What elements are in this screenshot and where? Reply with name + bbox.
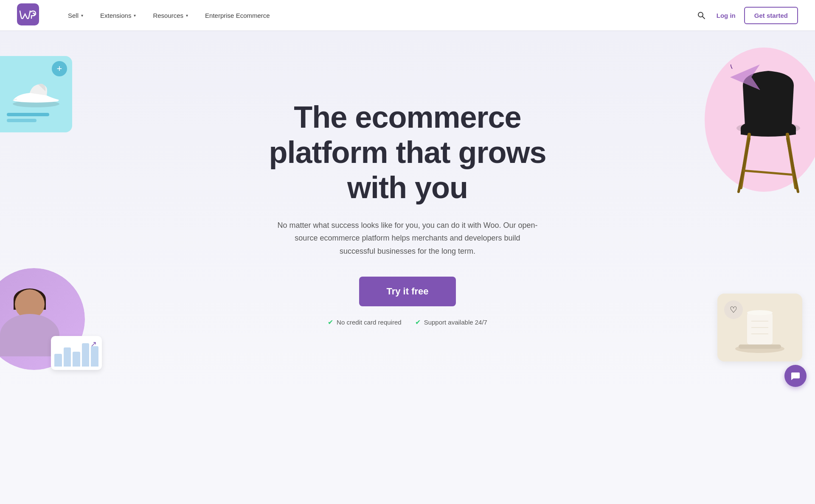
svg-rect-13: [747, 313, 773, 344]
login-link[interactable]: Log in: [717, 12, 736, 19]
checkmark-icon: ✔: [328, 318, 333, 326]
chevron-down-icon: ▾: [81, 13, 83, 18]
plus-icon: +: [52, 61, 67, 76]
product-bottom-decoration: ♡: [717, 294, 802, 361]
svg-marker-3: [730, 64, 760, 90]
hero-section: + ↗: [0, 31, 815, 395]
nav-resources[interactable]: Resources ▾: [144, 8, 197, 22]
chevron-down-icon: ▾: [134, 13, 136, 18]
main-nav: Sell ▾ Extensions ▾ Resources ▾ Enterpri…: [0, 0, 815, 31]
checkmark-icon: ✔: [415, 318, 421, 326]
product-card-decoration: +: [0, 56, 72, 132]
svg-line-9: [787, 139, 798, 192]
chart-widget: ↗: [51, 336, 102, 370]
svg-rect-12: [739, 344, 781, 349]
woo-logo-icon: [17, 3, 39, 25]
chart-bar-3: [73, 352, 80, 367]
trend-arrow-icon: ↗: [90, 339, 97, 349]
badge-support: ✔ Support available 24/7: [415, 318, 487, 326]
chart-bar-5: [91, 346, 98, 367]
product-bar-2: [7, 119, 37, 122]
logo-container[interactable]: [17, 3, 39, 27]
get-started-button[interactable]: Get started: [744, 7, 798, 24]
hero-subtitle: No matter what success looks like for yo…: [276, 219, 539, 258]
hero-title: The ecommerce platform that grows with y…: [259, 100, 556, 205]
nav-enterprise[interactable]: Enterprise Ecommerce: [197, 8, 278, 22]
search-icon: [697, 11, 705, 20]
chair-decoration: [705, 48, 815, 209]
nav-sell[interactable]: Sell ▾: [59, 8, 92, 22]
shoe-illustration: [8, 79, 64, 109]
badge-no-credit-card: ✔ No credit card required: [328, 318, 402, 326]
chart-bar-1: [54, 354, 62, 367]
paper-plane-icon: [730, 64, 764, 90]
chat-icon: [790, 371, 801, 381]
chart-bar-4: [82, 343, 90, 367]
try-it-free-button[interactable]: Try it free: [359, 277, 455, 306]
chat-bubble-button[interactable]: [784, 365, 807, 387]
chart-bar-2: [64, 347, 71, 367]
nav-extensions[interactable]: Extensions ▾: [92, 8, 144, 22]
hero-content: The ecommerce platform that grows with y…: [259, 100, 556, 326]
heart-icon: ♡: [724, 300, 743, 319]
nav-links: Sell ▾ Extensions ▾ Resources ▾ Enterpri…: [59, 8, 694, 22]
nav-right: Log in Get started: [694, 7, 798, 24]
search-button[interactable]: [694, 8, 708, 22]
hero-badges: ✔ No credit card required ✔ Support avai…: [259, 318, 556, 326]
svg-line-10: [743, 171, 794, 175]
chevron-down-icon: ▾: [186, 13, 188, 18]
svg-point-14: [747, 310, 773, 315]
person-shoulder: [0, 314, 59, 356]
product-bar-1: [7, 113, 49, 116]
svg-line-8: [739, 139, 749, 192]
